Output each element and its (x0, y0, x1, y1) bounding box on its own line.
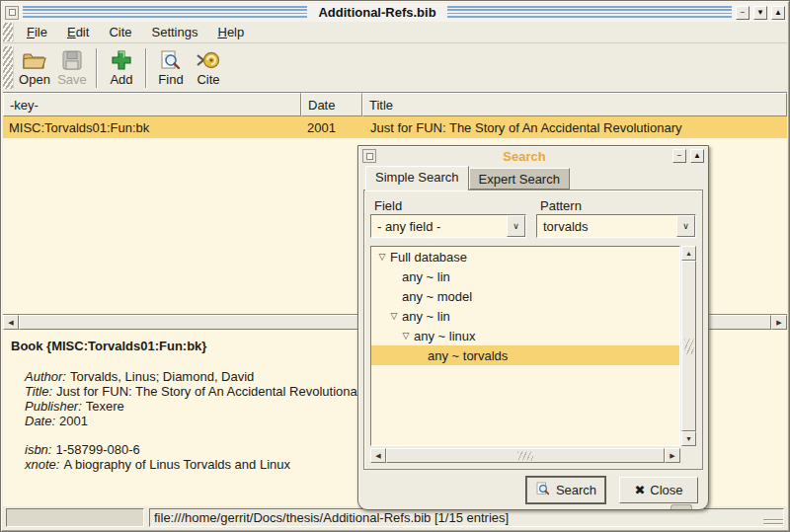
field-value: Just for FUN: The Story of An Accidental… (56, 384, 368, 399)
tab-expert-search[interactable]: Expert Search (469, 168, 570, 190)
tree-item-label: any ~ model (402, 289, 472, 304)
menu-settings[interactable]: Settings (143, 23, 207, 41)
scroll-up-icon[interactable]: ▲ (681, 246, 696, 261)
tree-item-label: any ~ lin (402, 309, 450, 324)
field-value: 2001 (59, 414, 88, 428)
close-button-label: Close (650, 483, 682, 497)
tab-simple-search[interactable]: Simple Search (365, 166, 469, 190)
field-label: Author: (25, 369, 66, 384)
open-button[interactable]: Open (16, 48, 53, 88)
window-title: Additional-Refs.bib (311, 5, 442, 20)
search-tabs: Simple Search Expert Search (358, 166, 708, 190)
simple-search-panel: Field Pattern - any field - ∨ torvalds ∨… (363, 190, 703, 470)
combo-labels: Field Pattern (370, 196, 696, 214)
menubar-grip-handle[interactable] (3, 23, 14, 41)
chevron-down-icon[interactable]: ∨ (676, 215, 695, 237)
scrollbar-grip-icon (517, 451, 533, 460)
expander-triangle-icon[interactable]: ▽ (398, 331, 414, 341)
find-button[interactable]: Find (152, 48, 190, 88)
plus-add-icon (111, 49, 132, 71)
tree-item-label: any ~ linux (414, 329, 476, 343)
dialog-maximize-button[interactable]: ▲ (690, 149, 704, 163)
window-menu-icon (9, 9, 16, 16)
table-row-selected[interactable]: MISC:Torvalds01:Fun:bk 2001 Just for FUN… (3, 116, 787, 138)
find-button-label: Find (158, 72, 183, 87)
dialog-window-menu-icon (366, 153, 373, 160)
search-icon (535, 481, 551, 499)
minimize-button[interactable]: − (736, 6, 750, 20)
field-label: Date: (25, 414, 55, 428)
scroll-left-icon[interactable]: ◀ (3, 315, 19, 330)
scrollbar-thumb[interactable] (386, 448, 665, 463)
field-value: Torvalds, Linus; Diamond, David (70, 369, 254, 384)
window-resize-grip[interactable] (763, 519, 783, 526)
menu-file[interactable]: File (18, 23, 56, 41)
search-history-tree: ▽ Full database any ~ lin any ~ model ▽ … (370, 246, 680, 446)
table-header: -key- Date Title (3, 93, 787, 116)
dialog-minimize-button[interactable]: − (672, 149, 686, 163)
close-x-icon: ✖ (634, 483, 645, 497)
dialog-title: Search (380, 149, 669, 164)
tree-item-any-model[interactable]: any ~ model (371, 286, 679, 306)
floppy-save-icon (61, 49, 83, 71)
combo-row: - any field - ∨ torvalds ∨ (370, 214, 696, 238)
statusbar-file-info: file:///home/gerrit/Docs/thesis/Addition… (149, 508, 784, 527)
tree-item-full-database[interactable]: ▽ Full database (371, 247, 679, 266)
titlebar: Additional-Refs.bib − ▼ ▲ (3, 3, 787, 22)
field-value: A biography of Linus Torvalds and Linux (63, 457, 290, 472)
scrollbar-corner (680, 448, 696, 463)
menu-edit[interactable]: Edit (58, 23, 98, 41)
tree-item-any-linux[interactable]: ▽ any ~ linux (371, 326, 679, 345)
scroll-left-icon[interactable]: ◀ (370, 448, 386, 463)
column-header-key[interactable]: -key- (3, 93, 301, 116)
shade-button[interactable]: ▼ (753, 6, 767, 20)
menu-cite[interactable]: Cite (100, 23, 140, 41)
statusbar-left-box (6, 508, 144, 527)
close-button[interactable]: ✖ Close (619, 477, 698, 503)
toolbar-grip-handle[interactable] (3, 46, 14, 89)
titlebar-stripes-right[interactable] (447, 6, 732, 19)
cite-button[interactable]: Cite (190, 48, 227, 88)
chevron-down-icon[interactable]: ∨ (507, 215, 525, 237)
tree-vertical-scrollbar: ▲ ▼ (681, 246, 696, 446)
scrollbar-thumb[interactable] (681, 261, 696, 431)
scroll-down-icon[interactable]: ▼ (681, 431, 696, 446)
search-button-label: Search (556, 483, 596, 497)
tree-item-any-torvalds-selected[interactable]: any ~ torvalds (371, 345, 679, 365)
scroll-right-icon[interactable]: ▶ (771, 315, 787, 330)
save-button[interactable]: Save (53, 48, 91, 88)
search-button[interactable]: Search (526, 477, 605, 503)
toolbar-separator (145, 48, 147, 88)
expander-triangle-icon[interactable]: ▽ (386, 311, 402, 321)
tree-item-label: Full database (390, 250, 467, 265)
field-label: isbn: (25, 442, 51, 457)
dialog-titlebar: Search − ▲ (358, 146, 708, 166)
field-label: xnote: (25, 457, 59, 472)
expander-triangle-icon[interactable]: ▽ (374, 252, 390, 262)
tree-hscroll-row: ◀ ▶ (370, 448, 696, 463)
tree-item-any-lin-2[interactable]: ▽ any ~ lin (371, 306, 679, 326)
column-header-title[interactable]: Title (362, 93, 787, 116)
tree-item-any-lin[interactable]: any ~ lin (371, 266, 679, 286)
field-combobox[interactable]: - any field - ∨ (370, 214, 526, 238)
column-header-date[interactable]: Date (301, 93, 362, 116)
toolbar: Open Save (3, 43, 787, 93)
menu-help[interactable]: Help (208, 23, 253, 41)
maximize-button[interactable]: ▲ (771, 6, 785, 20)
window-menu-button[interactable] (5, 6, 19, 20)
field-label: Publisher: (25, 399, 82, 414)
dialog-window-menu-button[interactable] (362, 149, 376, 163)
field-combobox-value[interactable]: - any field - (371, 215, 507, 237)
dialog-resize-grip[interactable] (671, 504, 692, 509)
pattern-combobox[interactable]: torvalds ∨ (536, 214, 696, 238)
add-button[interactable]: Add (103, 48, 140, 88)
tree-item-label: any ~ lin (402, 269, 450, 284)
titlebar-stripes-left[interactable] (23, 6, 307, 19)
dialog-button-row: Search ✖ Close (358, 470, 708, 509)
search-history-zone: ▽ Full database any ~ lin any ~ model ▽ … (370, 246, 696, 446)
pattern-combobox-value[interactable]: torvalds (537, 215, 676, 237)
cite-button-label: Cite (197, 72, 219, 87)
scroll-right-icon[interactable]: ▶ (665, 448, 680, 463)
row-key: MISC:Torvalds01:Fun:bk (3, 116, 301, 138)
search-document-icon (159, 49, 183, 71)
